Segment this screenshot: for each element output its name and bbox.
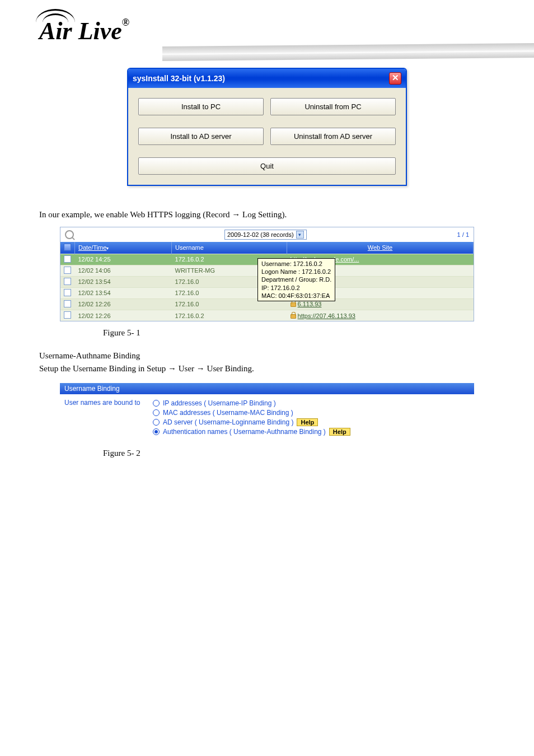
opt-mac[interactable]: MAC addresses ( Username-MAC Binding )	[153, 409, 350, 417]
uninstall-from-pc-button[interactable]: Uninstall from PC	[270, 98, 396, 115]
opt-auth[interactable]: Authentication names ( Username-Authname…	[153, 428, 350, 436]
row-checkbox[interactable]	[64, 311, 71, 319]
install-to-pc-button[interactable]: Install to PC	[138, 98, 264, 115]
table-row: 12/02 12:26 172.16.0.2 https://207.46.11…	[60, 310, 474, 321]
chevron-down-icon: ▾	[296, 231, 304, 239]
install-to-ad-button[interactable]: Install to AD server	[138, 128, 264, 145]
col-username: Username	[172, 242, 287, 254]
col-website: Web Site	[287, 242, 474, 254]
arrow-icon: →	[232, 209, 240, 219]
help-button[interactable]: Help	[297, 418, 318, 426]
row-checkbox[interactable]	[64, 255, 71, 263]
lock-icon	[291, 314, 296, 319]
lock-icon	[291, 302, 296, 307]
username-binding-panel: Username Binding User names are bound to…	[60, 383, 474, 443]
row-checkbox[interactable]	[64, 300, 71, 307]
dialog-titlebar: sysInstall 32-bit (v1.1.23) ✕	[128, 69, 406, 88]
opt-ad[interactable]: AD server ( Username-Loginname Binding )…	[153, 418, 350, 426]
paragraph-1: In our example, we enable Web HTTPS logg…	[39, 208, 495, 221]
dialog-title: sysInstall 32-bit (v1.1.23)	[133, 74, 225, 83]
quit-button[interactable]: Quit	[138, 157, 396, 175]
sysinstall-dialog: sysInstall 32-bit (v1.1.23) ✕ Install to…	[127, 68, 407, 186]
arrow-icon: →	[168, 363, 176, 373]
row-checkbox[interactable]	[64, 289, 71, 296]
help-button[interactable]: Help	[329, 428, 350, 436]
figure-caption-2: Figure 5- 2	[103, 449, 495, 458]
logo: Air Live®	[0, 0, 534, 45]
uninstall-from-ad-button[interactable]: Uninstall from AD server	[270, 128, 396, 145]
col-datetime: Date/Time▾	[75, 242, 172, 254]
pager: 1 / 1	[457, 231, 469, 238]
radio-icon[interactable]	[153, 419, 160, 426]
radio-icon[interactable]	[153, 409, 160, 416]
radio-icon[interactable]	[153, 428, 160, 435]
date-dropdown[interactable]: 2009-12-02 (38 records) ▾	[224, 230, 307, 240]
paragraph-2: Username-Authname Binding Setup the User…	[39, 350, 495, 375]
radio-icon[interactable]	[153, 400, 160, 407]
arrow-icon: →	[196, 363, 205, 373]
opt-ip[interactable]: IP addresses ( Username-IP Binding )	[153, 399, 350, 407]
close-icon[interactable]: ✕	[389, 72, 401, 85]
site-link[interactable]: 6.113.93	[298, 301, 322, 307]
row-checkbox[interactable]	[64, 267, 71, 274]
figure-caption-1: Figure 5- 1	[103, 328, 495, 338]
row-checkbox[interactable]	[64, 278, 71, 285]
search-icon[interactable]	[65, 230, 74, 239]
site-link[interactable]: https://207.46.113.93	[298, 312, 355, 319]
row-tooltip: Username: 172.16.0.2 Logon Name : 172.16…	[257, 258, 335, 301]
binding-label: User names are bound to	[64, 398, 147, 407]
panel-header: Username Binding	[60, 383, 474, 394]
select-all-checkbox[interactable]	[64, 244, 71, 251]
